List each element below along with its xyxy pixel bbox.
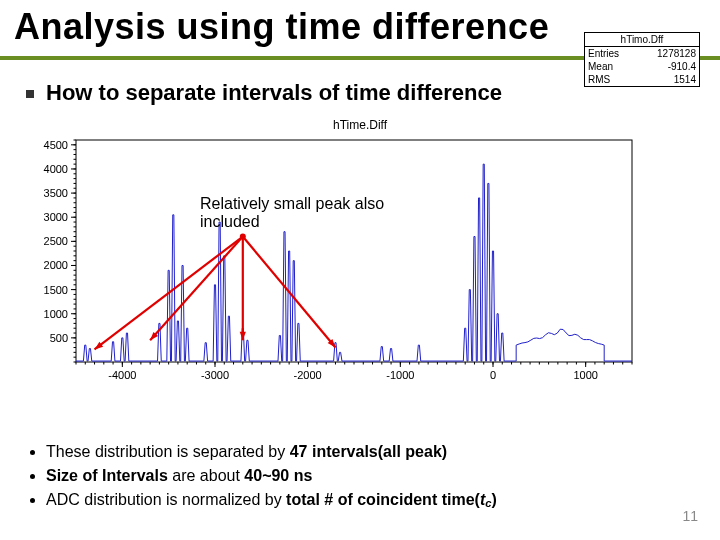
stats-label-mean: Mean (588, 61, 613, 72)
chart-title: hTime.Diff (333, 118, 387, 132)
stats-rms: 1514 (674, 74, 696, 85)
chart-annotation: Relatively small peak also included (200, 195, 410, 231)
svg-text:1000: 1000 (573, 369, 597, 381)
svg-line-141 (243, 237, 336, 348)
stats-entries: 1278128 (657, 48, 696, 59)
stats-label-entries: Entries (588, 48, 619, 59)
svg-point-143 (240, 234, 246, 240)
stats-label-rms: RMS (588, 74, 610, 85)
svg-text:0: 0 (490, 369, 496, 381)
svg-text:-2000: -2000 (294, 369, 322, 381)
svg-text:4000: 4000 (44, 163, 68, 175)
svg-line-140 (150, 237, 243, 341)
stats-mean: -910.4 (668, 61, 696, 72)
note-1: These distribution is separated by 47 in… (46, 440, 497, 464)
svg-text:4500: 4500 (44, 139, 68, 151)
svg-text:3500: 3500 (44, 187, 68, 199)
svg-text:1000: 1000 (44, 308, 68, 320)
note-2: Size of Intervals are about 40~90 ns (46, 464, 497, 488)
svg-text:-3000: -3000 (201, 369, 229, 381)
svg-text:2500: 2500 (44, 235, 68, 247)
x-axis: -4000-3000-2000-100001000 (76, 362, 632, 381)
stats-box: hTimo.Dff Entries1278128 Mean-910.4 RMS1… (584, 32, 700, 87)
chart-svg: 50010001500200025003000350040004500 -400… (20, 132, 700, 392)
histogram-chart: hTime.Diff 50010001500200025003000350040… (20, 120, 700, 400)
svg-text:500: 500 (50, 332, 68, 344)
stats-title: hTimo.Dff (621, 34, 664, 45)
svg-text:2000: 2000 (44, 259, 68, 271)
svg-text:-1000: -1000 (386, 369, 414, 381)
main-bullet-text: How to separate intervals of time differ… (46, 80, 502, 106)
notes-list: These distribution is separated by 47 in… (46, 440, 497, 512)
svg-text:-4000: -4000 (108, 369, 136, 381)
note-3: ADC distribution is normalized by total … (46, 488, 497, 512)
bullet-square-icon (26, 90, 34, 98)
slide-number: 11 (682, 508, 698, 524)
svg-text:1500: 1500 (44, 284, 68, 296)
chart-annotation-text: Relatively small peak also included (200, 195, 384, 230)
svg-text:3000: 3000 (44, 211, 68, 223)
y-axis: 50010001500200025003000350040004500 (44, 139, 76, 362)
